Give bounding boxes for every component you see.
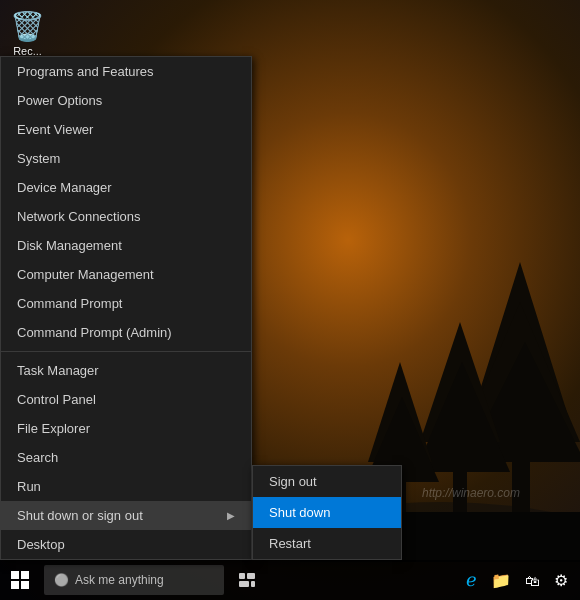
menu-item-label-15: Shut down or sign out xyxy=(17,508,143,523)
menu-item-label-13: Search xyxy=(17,450,58,465)
menu-item-label-3: System xyxy=(17,151,60,166)
submenu-item-label-2: Restart xyxy=(269,536,311,551)
submenu-item-label-1: Shut down xyxy=(269,505,330,520)
context-menu-item-7[interactable]: Computer Management xyxy=(1,260,251,289)
menu-separator-9 xyxy=(1,351,251,352)
task-view-button[interactable] xyxy=(232,560,262,600)
menu-item-label-11: Control Panel xyxy=(17,392,96,407)
context-menu-item-16[interactable]: Desktop xyxy=(1,530,251,559)
menu-item-label-0: Programs and Features xyxy=(17,64,154,79)
context-menu-item-11[interactable]: Control Panel xyxy=(1,385,251,414)
context-menu-item-1[interactable]: Power Options xyxy=(1,86,251,115)
context-menu-item-9[interactable]: Command Prompt (Admin) xyxy=(1,318,251,347)
menu-item-label-8: Command Prompt xyxy=(17,296,122,311)
context-menu-item-4[interactable]: Device Manager xyxy=(1,173,251,202)
menu-item-label-1: Power Options xyxy=(17,93,102,108)
taskbar-search-label: Ask me anything xyxy=(75,573,164,587)
context-menu-item-13[interactable]: Search xyxy=(1,443,251,472)
desktop: 🗑️ Rec... Com... http://winaero.com Prog… xyxy=(0,0,580,600)
context-menu-item-6[interactable]: Disk Management xyxy=(1,231,251,260)
settings-icon[interactable]: ⚙ xyxy=(550,571,572,590)
svg-rect-15 xyxy=(251,581,255,587)
menu-item-label-2: Event Viewer xyxy=(17,122,93,137)
context-menu-item-3[interactable]: System xyxy=(1,144,251,173)
winx-context-menu: Programs and FeaturesPower OptionsEvent … xyxy=(0,56,252,560)
context-menu-item-15[interactable]: Shut down or sign out▶ xyxy=(1,501,251,530)
shutdown-submenu: Sign outShut downRestart xyxy=(252,465,402,560)
edge-icon[interactable]: ℯ xyxy=(462,569,481,591)
context-menu-item-14[interactable]: Run xyxy=(1,472,251,501)
start-button[interactable] xyxy=(0,560,40,600)
svg-rect-12 xyxy=(239,573,245,579)
context-menu-item-5[interactable]: Network Connections xyxy=(1,202,251,231)
context-menu-item-0[interactable]: Programs and Features xyxy=(1,57,251,86)
menu-item-label-9: Command Prompt (Admin) xyxy=(17,325,172,340)
svg-rect-13 xyxy=(247,573,255,579)
windows-logo-icon xyxy=(11,571,29,589)
menu-item-label-4: Device Manager xyxy=(17,180,112,195)
submenu-item-1[interactable]: Shut down xyxy=(253,497,401,528)
submenu-item-label-0: Sign out xyxy=(269,474,317,489)
submenu-item-0[interactable]: Sign out xyxy=(253,466,401,497)
folder-icon[interactable]: 📁 xyxy=(487,571,515,590)
svg-rect-14 xyxy=(239,581,249,587)
submenu-arrow-icon: ▶ xyxy=(227,510,235,521)
watermark-text: http://winaero.com xyxy=(422,486,520,500)
context-menu-item-10[interactable]: Task Manager xyxy=(1,356,251,385)
menu-item-label-6: Disk Management xyxy=(17,238,122,253)
recycle-bin[interactable]: 🗑️ Rec... xyxy=(10,10,45,57)
menu-item-label-5: Network Connections xyxy=(17,209,141,224)
menu-item-label-12: File Explorer xyxy=(17,421,90,436)
taskbar: ⚪ Ask me anything ℯ 📁 🛍 ⚙ xyxy=(0,560,580,600)
context-menu-item-12[interactable]: File Explorer xyxy=(1,414,251,443)
menu-item-label-7: Computer Management xyxy=(17,267,154,282)
menu-item-label-16: Desktop xyxy=(17,537,65,552)
task-view-icon xyxy=(239,573,255,587)
taskbar-search-box[interactable]: ⚪ Ask me anything xyxy=(44,565,224,595)
search-icon: ⚪ xyxy=(54,573,69,587)
taskbar-right-icons: ℯ 📁 🛍 ⚙ xyxy=(462,560,580,600)
menu-item-label-14: Run xyxy=(17,479,41,494)
recycle-bin-icon: 🗑️ xyxy=(10,10,45,43)
submenu-item-2[interactable]: Restart xyxy=(253,528,401,559)
store-icon[interactable]: 🛍 xyxy=(521,572,544,589)
context-menu-item-2[interactable]: Event Viewer xyxy=(1,115,251,144)
menu-item-label-10: Task Manager xyxy=(17,363,99,378)
context-menu-item-8[interactable]: Command Prompt xyxy=(1,289,251,318)
